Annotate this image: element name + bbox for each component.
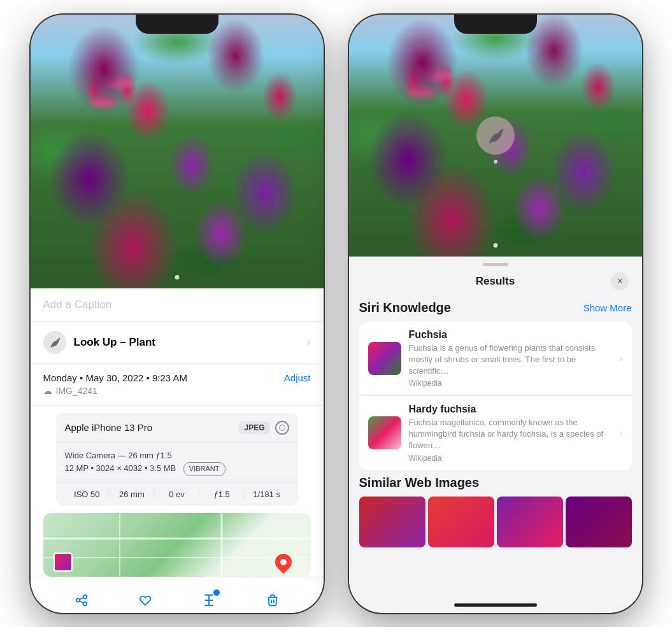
device-badges: JPEG bbox=[239, 421, 289, 435]
similar-thumb-2[interactable] bbox=[428, 497, 494, 547]
device-name: Apple iPhone 13 Pro bbox=[65, 422, 153, 433]
knowledge-item-hardy[interactable]: Hardy fuchsia Fuchsia magellanica, commo… bbox=[359, 395, 632, 470]
map-roads bbox=[43, 513, 311, 577]
siri-knowledge-header: Siri Knowledge Show More bbox=[359, 300, 632, 315]
meta-filename: IMG_4241 bbox=[56, 386, 97, 396]
device-section: Apple iPhone 13 Pro JPEG Wide Camera — 2… bbox=[56, 413, 298, 505]
fuchsia-text: Fuchsia Fuchsia is a genus of flowering … bbox=[409, 329, 612, 388]
hardy-text: Hardy fuchsia Fuchsia magellanica, commo… bbox=[409, 404, 612, 463]
close-icon: ✕ bbox=[617, 276, 624, 286]
photo-dot-indicator bbox=[175, 275, 179, 279]
lookup-label-rest: Plant bbox=[126, 336, 155, 348]
exif-ev: 0 ev bbox=[155, 490, 200, 499]
siri-dot bbox=[494, 160, 497, 164]
exif-mm: 26 mm bbox=[110, 490, 155, 499]
caption-placeholder[interactable]: Add a Caption bbox=[43, 299, 112, 311]
caption-area[interactable]: Add a Caption bbox=[31, 288, 324, 322]
meta-adjust-button[interactable]: Adjust bbox=[284, 372, 311, 383]
siri-leaf-icon bbox=[486, 126, 505, 145]
hardy-desc: Fuchsia magellanica, commonly known as t… bbox=[409, 417, 612, 452]
jpeg-badge: JPEG bbox=[239, 421, 269, 434]
map-section[interactable] bbox=[43, 513, 311, 577]
exif-shutter: 1/181 s bbox=[245, 490, 289, 499]
lookup-chevron-icon: › bbox=[307, 337, 310, 348]
meta-section: Monday • May 30, 2022 • 9:23 AM Adjust ☁… bbox=[31, 363, 324, 405]
right-photo-dot bbox=[493, 243, 497, 248]
lens-icon bbox=[275, 421, 289, 435]
info-button[interactable] bbox=[196, 588, 222, 613]
show-more-button[interactable]: Show More bbox=[583, 302, 632, 313]
vibrant-badge: VIBRANT bbox=[183, 462, 225, 476]
cloud-icon: ☁ bbox=[43, 386, 52, 396]
share-button[interactable] bbox=[69, 588, 94, 613]
hardy-thumbnail bbox=[368, 416, 401, 449]
results-scroll: Siri Knowledge Show More Fuchsia Fuchsia… bbox=[349, 298, 642, 601]
similar-section: Similar Web Images bbox=[359, 476, 632, 547]
exif-row: ISO 50 26 mm 0 ev ƒ1.5 1/181 s bbox=[56, 483, 298, 505]
exif-iso: ISO 50 bbox=[65, 490, 110, 499]
hardy-source: Wikipedia bbox=[409, 454, 612, 463]
close-button[interactable]: ✕ bbox=[611, 272, 629, 290]
device-header: Apple iPhone 13 Pro JPEG bbox=[56, 413, 298, 443]
phone-notch bbox=[136, 15, 218, 34]
results-header: Results ✕ bbox=[349, 266, 642, 298]
similar-title: Similar Web Images bbox=[359, 476, 632, 490]
map-thumbnail bbox=[54, 553, 73, 572]
photo-area[interactable] bbox=[31, 15, 324, 288]
right-photo-area[interactable] bbox=[349, 15, 642, 257]
siri-knowledge-title: Siri Knowledge bbox=[359, 300, 451, 315]
trash-button[interactable] bbox=[260, 588, 285, 613]
hardy-chevron-icon: › bbox=[620, 428, 623, 438]
leaf-icon bbox=[48, 336, 61, 349]
right-home-bar bbox=[454, 603, 537, 607]
knowledge-card: Fuchsia Fuchsia is a genus of flowering … bbox=[359, 321, 632, 470]
flower-background bbox=[31, 15, 324, 288]
right-phone: Results ✕ Siri Knowledge Show More Fuc bbox=[349, 15, 642, 613]
fuchsia-desc: Fuchsia is a genus of flowering plants t… bbox=[409, 342, 612, 377]
similar-thumb-1[interactable] bbox=[359, 497, 425, 547]
fuchsia-name: Fuchsia bbox=[409, 329, 612, 341]
similar-thumb-4[interactable] bbox=[566, 497, 632, 547]
heart-button[interactable] bbox=[132, 588, 158, 613]
hardy-name: Hardy fuchsia bbox=[409, 404, 612, 415]
phone-notch-right bbox=[454, 15, 537, 34]
camera-specs: Wide Camera — 26 mm ƒ1.5 12 MP • 3024 × … bbox=[56, 443, 298, 483]
meta-date: Monday • May 30, 2022 • 9:23 AM bbox=[43, 372, 187, 383]
fuchsia-source: Wikipedia bbox=[409, 379, 612, 388]
camera-specs-line1: Wide Camera — 26 mm ƒ1.5 bbox=[65, 449, 289, 463]
lookup-label: Look Up – Plant bbox=[74, 336, 155, 349]
bottom-toolbar bbox=[31, 577, 324, 613]
siri-visual-button[interactable] bbox=[476, 116, 515, 155]
lookup-label-bold: Look Up – bbox=[74, 336, 126, 348]
left-phone: Add a Caption Look Up – Plant › Monday •… bbox=[31, 15, 324, 613]
fuchsia-thumbnail bbox=[368, 342, 401, 375]
info-badge bbox=[213, 589, 220, 596]
results-panel: Results ✕ Siri Knowledge Show More Fuc bbox=[349, 257, 642, 601]
knowledge-item-fuchsia[interactable]: Fuchsia Fuchsia is a genus of flowering … bbox=[359, 321, 632, 396]
results-title: Results bbox=[476, 275, 515, 288]
similar-thumb-3[interactable] bbox=[497, 497, 563, 547]
lookup-row[interactable]: Look Up – Plant › bbox=[31, 322, 324, 363]
exif-aperture: ƒ1.5 bbox=[199, 490, 245, 499]
fuchsia-chevron-icon: › bbox=[620, 353, 623, 363]
camera-specs-line2: 12 MP • 3024 × 4032 • 3.5 MB bbox=[65, 464, 176, 474]
similar-grid bbox=[359, 497, 632, 547]
lookup-icon bbox=[43, 331, 66, 354]
